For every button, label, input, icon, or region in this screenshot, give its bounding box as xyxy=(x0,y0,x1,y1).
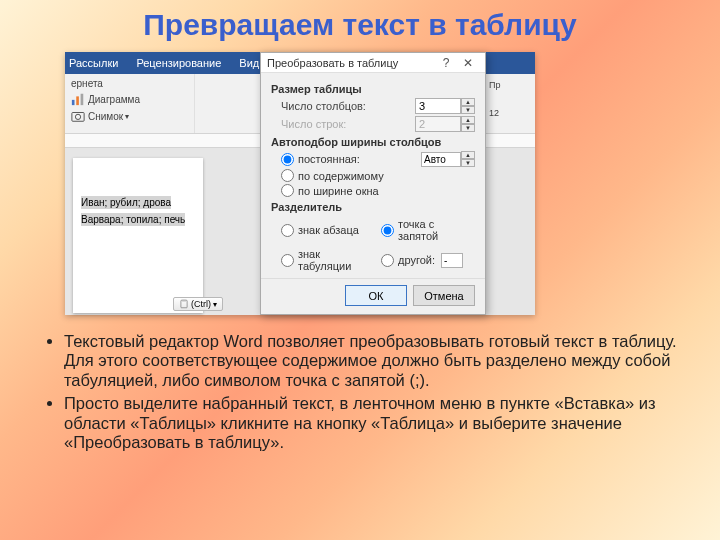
group-autofit: Автоподбор ширины столбцов xyxy=(271,136,475,148)
columns-label: Число столбцов: xyxy=(281,100,415,112)
sep-paragraph-label: знак абзаца xyxy=(298,224,359,236)
svg-rect-6 xyxy=(182,300,186,302)
slide-title: Превращаем текст в таблицу xyxy=(0,0,720,42)
close-button[interactable]: ✕ xyxy=(457,56,479,70)
autofit-fixed-radio[interactable] xyxy=(281,153,294,166)
rows-input xyxy=(415,116,461,132)
slide-body-text: Текстовый редактор Word позволяет преобр… xyxy=(40,332,680,457)
ribbon-right-fragment: Пр 12 xyxy=(485,74,535,134)
chart-icon xyxy=(71,92,85,106)
svg-point-4 xyxy=(75,114,80,119)
ribbon-partial-text: ернета xyxy=(71,78,188,89)
bullet-item: Текстовый редактор Word позволяет преобр… xyxy=(64,332,680,390)
camera-icon xyxy=(71,109,85,123)
word-screenshot: Рассылки Рецензирование Вид 💡 Что вы хот… xyxy=(65,52,535,315)
cancel-button[interactable]: Отмена xyxy=(413,285,475,306)
sep-semicolon-radio[interactable] xyxy=(381,224,394,237)
columns-spin-down[interactable]: ▼ xyxy=(461,106,475,114)
sep-other-radio[interactable] xyxy=(381,254,394,267)
dialog-title-text: Преобразовать в таблицу xyxy=(267,57,398,69)
sep-other-label: другой: xyxy=(398,254,435,266)
autofit-contents-radio[interactable] xyxy=(281,169,294,182)
ok-button[interactable]: ОК xyxy=(345,285,407,306)
svg-rect-2 xyxy=(81,94,84,105)
rows-label: Число строк: xyxy=(281,118,415,130)
selected-text-line[interactable]: Варвара; топила; печь xyxy=(81,213,185,226)
sep-paragraph-radio[interactable] xyxy=(281,224,294,237)
selected-text-line[interactable]: Иван; рубил; дрова xyxy=(81,196,171,209)
group-table-size: Размер таблицы xyxy=(271,83,475,95)
chevron-down-icon: ▾ xyxy=(125,112,129,121)
chevron-down-icon: ▾ xyxy=(213,300,217,309)
rows-spin-down: ▼ xyxy=(461,124,475,132)
svg-rect-1 xyxy=(76,96,79,105)
svg-rect-0 xyxy=(72,100,75,105)
tab-mailings[interactable]: Рассылки xyxy=(69,57,118,69)
fixed-width-input[interactable] xyxy=(421,152,461,167)
fixed-width-spin-up[interactable]: ▲ xyxy=(461,151,475,159)
sep-semicolon-label: точка с запятой xyxy=(398,218,475,242)
columns-input[interactable] xyxy=(415,98,461,114)
paste-options-button[interactable]: (Ctrl) ▾ xyxy=(173,297,223,311)
tab-review[interactable]: Рецензирование xyxy=(136,57,221,69)
tab-view[interactable]: Вид xyxy=(239,57,259,69)
document-page[interactable]: Иван; рубил; дрова Варвара; топила; печь… xyxy=(73,158,203,313)
autofit-contents-label: по содержимому xyxy=(298,170,384,182)
convert-text-to-table-dialog: Преобразовать в таблицу ? ✕ Размер табли… xyxy=(260,52,486,315)
sep-other-input[interactable] xyxy=(441,253,463,268)
columns-spin-up[interactable]: ▲ xyxy=(461,98,475,106)
sep-tab-label: знак табуляции xyxy=(298,248,375,272)
clipboard-icon xyxy=(179,299,189,309)
sep-tab-radio[interactable] xyxy=(281,254,294,267)
group-separator: Разделитель xyxy=(271,201,475,213)
rows-spin-up: ▲ xyxy=(461,116,475,124)
autofit-window-label: по ширине окна xyxy=(298,185,379,197)
help-button[interactable]: ? xyxy=(435,56,457,70)
autofit-fixed-label: постоянная: xyxy=(298,153,360,165)
autofit-window-radio[interactable] xyxy=(281,184,294,197)
ribbon-screenshot-button[interactable]: Снимок ▾ xyxy=(71,109,188,123)
bullet-item: Просто выделите набранный текст, в ленто… xyxy=(64,394,680,452)
fixed-width-spin-down[interactable]: ▼ xyxy=(461,159,475,167)
ribbon-diagram-button[interactable]: Диаграмма xyxy=(71,92,188,106)
